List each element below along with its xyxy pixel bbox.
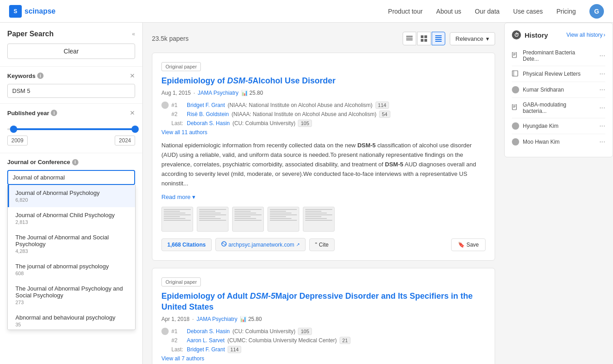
- history-title: ⏱ History: [512, 30, 548, 39]
- range-thumb-left[interactable]: [10, 126, 17, 133]
- nav-our-data[interactable]: Our data: [475, 8, 499, 15]
- author-rank-1-0: #1: [171, 328, 184, 335]
- history-item-left-3: GABA-modulating bacteria...: [512, 102, 591, 114]
- keywords-info-icon[interactable]: i: [37, 73, 44, 79]
- author-name-1-2[interactable]: Bridget F. Grant: [187, 346, 225, 353]
- paper-title-0[interactable]: Epidemiology of DSM-5Alcohol Use Disorde…: [161, 76, 486, 86]
- chevron-right-icon: ›: [603, 32, 605, 38]
- authors-list-0: #1 Bridget F. Grant (NIAAA: National Ins…: [161, 102, 486, 136]
- thumbnail-0-1[interactable]: [197, 207, 229, 232]
- chevron-down-icon-read-more: ▾: [192, 194, 195, 200]
- logo[interactable]: S scinapse: [9, 5, 55, 18]
- range-track-fill: [14, 128, 135, 130]
- history-item-menu-3[interactable]: ···: [599, 104, 605, 112]
- svg-rect-1: [406, 38, 413, 39]
- year-label: Published year i: [7, 110, 57, 116]
- paper-title-1[interactable]: Epidemiology of Adult DSM-5Major Depress…: [161, 291, 486, 312]
- author-name-1-1[interactable]: Aaron L. Sarvet: [187, 337, 224, 344]
- history-item-left-0: Predominant Bacteria Dete...: [512, 49, 591, 62]
- svg-rect-7: [435, 35, 442, 36]
- journal-info-icon[interactable]: i: [72, 159, 78, 165]
- chevron-down-icon: ▾: [486, 35, 489, 42]
- view-all-authors-0[interactable]: View all 11 authors: [161, 129, 207, 136]
- read-more-button-0[interactable]: Read more ▾: [161, 194, 195, 200]
- dropdown-item-1[interactable]: Journal of Abnormal Child Psychology 2,8…: [8, 207, 135, 229]
- svg-rect-18: [512, 104, 516, 110]
- view-all-history-link[interactable]: View all history ›: [566, 32, 605, 38]
- paper-journal-1[interactable]: JAMA Psychiatry: [196, 316, 237, 322]
- history-item-menu-5[interactable]: ···: [599, 138, 605, 146]
- author-name-0-2[interactable]: Deborah S. Hasin: [187, 120, 230, 126]
- history-item-text-5: Moo Hwan Kim: [523, 139, 559, 145]
- sort-dropdown[interactable]: Relevance ▾: [450, 32, 495, 45]
- author-count-1-0: 105: [298, 328, 311, 335]
- dropdown-item-3[interactable]: The journal of abnormal psychology 608: [8, 258, 135, 281]
- author-row-0-1: #2 Risë B. Goldstein (NIAAA: National In…: [161, 111, 486, 118]
- history-item-menu-1[interactable]: ···: [599, 70, 605, 78]
- view-detail-button[interactable]: [432, 32, 445, 45]
- keywords-input[interactable]: [7, 84, 135, 98]
- history-item-5: Moo Hwan Kim ···: [512, 134, 605, 150]
- history-item-menu-4[interactable]: ···: [599, 122, 605, 130]
- thumbnail-0-0[interactable]: [161, 207, 193, 232]
- thumbnail-0-3[interactable]: [268, 207, 299, 232]
- dropdown-item-name-4: The Journal of Abnormal Psychology and S…: [15, 285, 129, 299]
- nav-about-us[interactable]: About us: [436, 8, 461, 15]
- history-item-menu-2[interactable]: ···: [599, 86, 605, 94]
- quote-icon-0: ": [315, 242, 317, 248]
- paper-journal-0[interactable]: JAMA Psychiatry: [198, 90, 238, 96]
- view-all-authors-1[interactable]: View all 7 authors: [161, 355, 204, 362]
- author-count-0-1: 54: [379, 111, 390, 118]
- thumbnail-0-2[interactable]: [232, 207, 264, 232]
- author-affil-1-0: (CU: Columbia University): [233, 328, 296, 335]
- brand-name: scinapse: [24, 7, 55, 15]
- paper-score-1: 📊 25.80: [240, 316, 262, 322]
- save-button-0[interactable]: 🔖 Save: [451, 238, 486, 251]
- person-icon-4: [512, 122, 519, 130]
- year-range-slider[interactable]: 2009 2024: [7, 121, 135, 147]
- history-item-menu-0[interactable]: ···: [599, 52, 605, 60]
- keywords-close-icon[interactable]: ✕: [130, 72, 135, 79]
- view-grid-button[interactable]: [417, 32, 431, 45]
- logo-icon: S: [9, 5, 22, 18]
- year-info-icon[interactable]: i: [51, 110, 57, 116]
- paper-abstract-0: National epidemiologic information from …: [161, 141, 486, 188]
- dropdown-item-5[interactable]: Abnormal and behavioural psychology 35: [8, 310, 135, 330]
- dropdown-item-2[interactable]: The Journal of Abnormal and Social Psych…: [8, 229, 135, 258]
- results-controls: Relevance ▾: [403, 32, 495, 45]
- cite-button-0[interactable]: " Cite: [309, 238, 335, 251]
- history-card: ⏱ History View all history › Predominant…: [504, 23, 613, 157]
- history-item-text-2: Kumar Sridharan: [523, 87, 564, 93]
- svg-rect-6: [424, 39, 427, 42]
- avatar[interactable]: G: [589, 4, 604, 19]
- paper-title-plain-1: Epidemiology of Adult: [161, 291, 250, 301]
- svg-rect-8: [435, 37, 442, 38]
- nav-use-cases[interactable]: Use cases: [513, 8, 543, 15]
- author-row-1-2: Last: Bridget F. Grant 114: [161, 346, 486, 353]
- citations-button-0[interactable]: 1,668 Citations: [161, 238, 212, 251]
- view-list-button[interactable]: [403, 32, 416, 45]
- journal-filter-header: Journal or Conference i: [7, 159, 135, 165]
- year-filter-header: Published year i ✕: [7, 109, 135, 116]
- author-row-1-1: #2 Aaron L. Sarvet (CUMC: Columbia Unive…: [161, 337, 486, 344]
- sort-label: Relevance: [456, 35, 483, 42]
- dropdown-item-name-5: Abnormal and behavioural psychology: [15, 314, 129, 321]
- journal-input[interactable]: [7, 170, 135, 185]
- author-name-1-0[interactable]: Deborah S. Hasin: [187, 328, 230, 335]
- paper-tag-0: Original paper: [161, 62, 201, 71]
- nav-pricing[interactable]: Pricing: [556, 8, 576, 15]
- dropdown-item-0[interactable]: Journal of Abnormal Psychology 6,820: [8, 185, 135, 207]
- author-icon-0-0: [161, 102, 169, 109]
- nav-product-tour[interactable]: Product tour: [388, 8, 423, 15]
- thumbnail-0-4[interactable]: [303, 207, 335, 232]
- author-name-0-1[interactable]: Risë B. Goldstein: [187, 111, 229, 117]
- sidebar-collapse-button[interactable]: «: [132, 31, 135, 37]
- year-close-icon[interactable]: ✕: [130, 109, 135, 116]
- external-link-button-0[interactable]: archpsyc.jamanetwork.com ↗: [215, 238, 306, 251]
- document-icon-3: [512, 104, 519, 112]
- range-thumb-right[interactable]: [131, 126, 139, 133]
- author-rank-0-2: Last:: [171, 120, 184, 126]
- dropdown-item-4[interactable]: The Journal of Abnormal Psychology and S…: [8, 281, 135, 310]
- author-name-0-0[interactable]: Bridget F. Grant: [187, 102, 225, 108]
- clear-button[interactable]: Clear: [7, 44, 135, 59]
